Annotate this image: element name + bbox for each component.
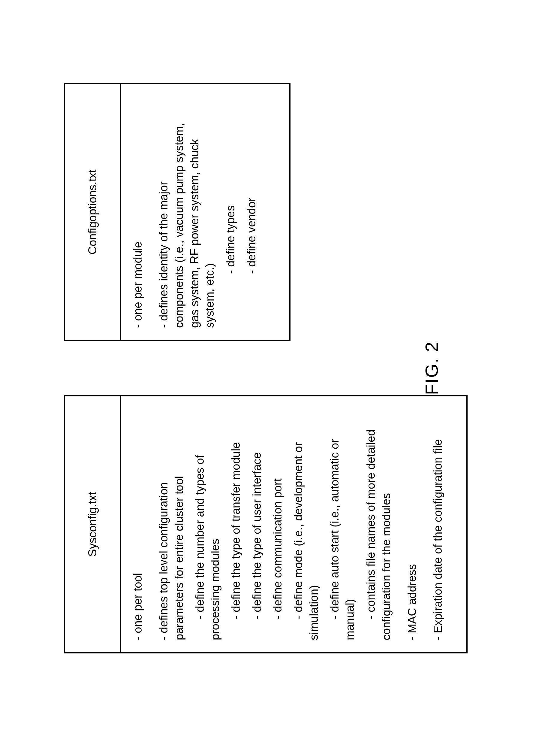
configoptions-item-3: - define types xyxy=(223,96,238,328)
sysconfig-item-5: - define the type of user interface xyxy=(249,409,265,640)
sysconfig-item-2: - defines top level configuration parame… xyxy=(156,409,187,640)
figure-label-text: FIG. 2 xyxy=(422,341,442,395)
text: - define mode (i.e., development or xyxy=(291,409,306,640)
sysconfig-header: Sysconfig.txt xyxy=(65,397,121,652)
sysconfig-item-9: - contains file names of more detailed c… xyxy=(363,409,394,640)
sysconfig-table: Sysconfig.txt - one per tool - defines t… xyxy=(64,395,468,653)
text: configuration for the modules xyxy=(379,409,394,640)
sysconfig-item-3: - define the number and types of process… xyxy=(192,409,223,640)
text: - defines identity of the major xyxy=(156,96,171,328)
sysconfig-item-4: - define the type of transfer module xyxy=(228,409,244,640)
configoptions-item-1: - one per module xyxy=(130,96,146,328)
sysconfig-item-1: - one per tool xyxy=(130,409,146,640)
text: - one per module xyxy=(131,241,144,327)
configoptions-header: Configoptions.txt xyxy=(65,84,121,340)
figure-label: FIG. 2 xyxy=(421,341,442,395)
text: system, etc.) xyxy=(202,96,218,328)
text: - define types xyxy=(223,96,238,328)
configoptions-item-2: - defines identity of the major componen… xyxy=(156,96,218,328)
text: - define the type of transfer module xyxy=(228,409,244,640)
configoptions-table: Configoptions.txt - one per module - def… xyxy=(64,83,291,341)
sysconfig-body: - one per tool - defines top level confi… xyxy=(121,397,466,652)
text: - one per tool xyxy=(131,573,144,640)
text: - define auto start (i.e., automatic or xyxy=(327,409,342,640)
text: - contains file names of more detailed xyxy=(363,409,379,640)
text: - define the number and types of xyxy=(192,409,208,640)
text: components (i.e., vacuum pump system, xyxy=(172,96,187,328)
configoptions-title: Configoptions.txt xyxy=(86,169,99,254)
sysconfig-item-6: - define communication port xyxy=(270,409,285,640)
text: - define vendor xyxy=(244,96,259,328)
configoptions-body: - one per module - defines identity of t… xyxy=(121,84,289,340)
text: parameters for entire cluster tool xyxy=(172,409,187,640)
text: - MAC address xyxy=(406,564,418,640)
configoptions-item-4: - define vendor xyxy=(244,96,259,328)
sysconfig-item-10: - MAC address xyxy=(405,409,420,640)
text: - define communication port xyxy=(270,409,285,640)
tables-row: Sysconfig.txt - one per tool - defines t… xyxy=(40,38,468,698)
text: processing modules xyxy=(208,409,223,640)
sysconfig-title: Sysconfig.txt xyxy=(86,492,99,557)
text: - define the type of user interface xyxy=(249,409,265,640)
text: gas system, RF power system, chuck xyxy=(187,96,202,328)
sysconfig-item-7: - define mode (i.e., development or simu… xyxy=(291,409,322,640)
text: simulation) xyxy=(306,409,322,640)
diagram-container: Sysconfig.txt - one per tool - defines t… xyxy=(40,38,520,698)
sysconfig-item-11: - Expiration date of the configuration f… xyxy=(430,409,446,640)
text: manual) xyxy=(342,409,358,640)
text: - Expiration date of the configuration f… xyxy=(432,439,444,640)
sysconfig-item-8: - define auto start (i.e., automatic or … xyxy=(327,409,358,640)
text: - defines top level configuration xyxy=(156,409,171,640)
